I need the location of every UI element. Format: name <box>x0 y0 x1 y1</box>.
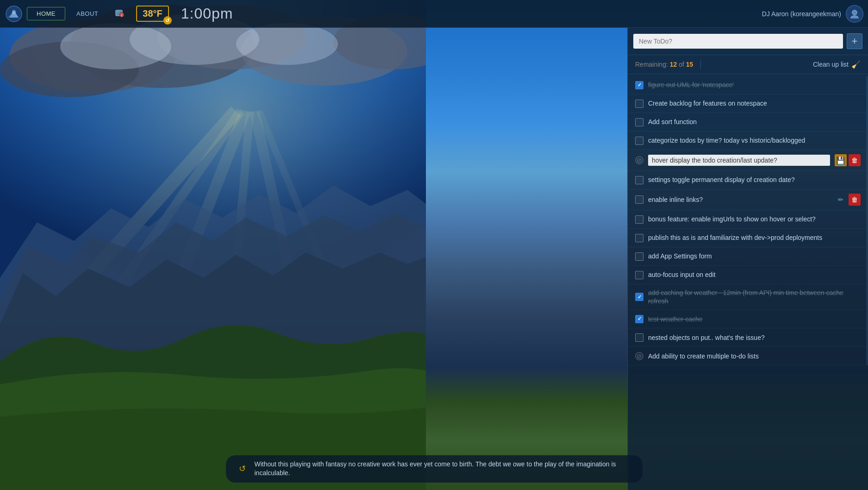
todo-checkbox[interactable] <box>635 234 643 242</box>
svg-point-18 <box>12 10 16 14</box>
todo-item: auto-focus input on edit <box>628 266 868 284</box>
cleanup-label: Clean up list <box>813 61 849 68</box>
todo-input-row: + <box>628 28 868 55</box>
todo-text: bonus feature: enable imgUrls to show on… <box>648 215 861 223</box>
svg-text:!: ! <box>121 13 122 17</box>
todo-text: settings toggle permanent display of cre… <box>648 176 861 184</box>
svg-point-22 <box>852 10 857 15</box>
todo-text: Add ability to create multiple to-do lis… <box>648 352 861 360</box>
quote-bar: ↺ Without this playing with fantasy no c… <box>226 455 643 483</box>
delete-todo-button[interactable]: 🗑 <box>849 154 861 166</box>
nav-tab-about[interactable]: ABOUT <box>67 7 107 20</box>
todo-checkbox[interactable] <box>635 293 643 301</box>
todo-checkbox[interactable] <box>635 215 643 224</box>
todo-checkbox[interactable] <box>635 252 643 261</box>
todo-checkbox[interactable] <box>635 271 643 279</box>
todo-checkbox[interactable] <box>635 118 643 126</box>
todo-text: enable inline links? <box>648 195 830 204</box>
todo-item: bonus feature: enable imgUrls to show on… <box>628 210 868 229</box>
remaining-stats: Remaining: 12 of 15 <box>635 61 693 68</box>
todo-item: test weather cache <box>628 310 868 328</box>
todo-item: figure out UML for 'notespace' <box>628 76 868 94</box>
todo-panel: + Remaining: 12 of 15 Clean up list 🧹 fi… <box>627 28 868 490</box>
todo-item: nested objects on put.. what's the issue… <box>628 328 868 347</box>
todo-checkbox[interactable] <box>635 315 643 323</box>
notifications-icon[interactable]: ! <box>111 5 129 23</box>
broom-icon: 🧹 <box>851 60 861 69</box>
delete-todo-button[interactable]: 🗑 <box>849 194 861 206</box>
quote-refresh-icon[interactable]: ↺ <box>239 464 249 474</box>
item-actions: ✏🗑 <box>835 194 861 206</box>
todo-pending-icon[interactable]: ⊘ <box>635 156 643 164</box>
todo-text: categorize todos by time? today vs histo… <box>648 136 861 144</box>
todo-text: auto-focus input on edit <box>648 270 861 279</box>
todo-item: ⊘Add ability to create multiple to-do li… <box>628 347 868 365</box>
todo-item: add caching for weather - 12min (from AP… <box>628 284 868 310</box>
temperature-value: 38°F <box>143 8 162 19</box>
topbar-right: DJ Aaron (koreangeekman) <box>762 5 863 23</box>
add-todo-button[interactable]: + <box>847 33 862 49</box>
todo-checkbox[interactable] <box>635 100 643 108</box>
todo-item: publish this as is and familiarize with … <box>628 229 868 247</box>
nav-tabs: HOME ABOUT <box>27 7 107 20</box>
user-avatar[interactable] <box>846 5 863 23</box>
item-actions: 💾🗑 <box>835 154 861 166</box>
todo-text: nested objects on put.. what's the issue… <box>648 333 861 342</box>
todo-item: add App Settings form <box>628 247 868 266</box>
new-todo-input[interactable] <box>633 34 843 49</box>
save-todo-button[interactable]: 💾 <box>835 154 847 166</box>
user-name: DJ Aaron (koreangeekman) <box>762 10 841 18</box>
todo-text: Add sort function <box>648 118 861 126</box>
todo-item: enable inline links?✏🗑 <box>628 189 868 210</box>
todo-checkbox[interactable] <box>635 195 643 204</box>
todo-text: publish this as is and familiarize with … <box>648 233 861 242</box>
todo-item: Create backlog for features on notespace <box>628 94 868 113</box>
cleanup-list-button[interactable]: Clean up list 🧹 <box>813 60 861 69</box>
todo-text: add caching for weather - 12min (from AP… <box>648 289 861 305</box>
todo-stats-row: Remaining: 12 of 15 Clean up list 🧹 <box>628 55 868 74</box>
quote-text: Without this playing with fantasy no cre… <box>255 460 630 478</box>
todo-item: settings toggle permanent display of cre… <box>628 171 868 189</box>
todo-item: categorize todos by time? today vs histo… <box>628 132 868 150</box>
app-logo[interactable] <box>5 5 23 23</box>
time-display: 1:00pm <box>181 5 233 22</box>
edit-todo-button[interactable]: ✏ <box>835 194 847 206</box>
todo-checkbox[interactable] <box>635 81 643 89</box>
todo-checkbox[interactable] <box>635 333 643 342</box>
todo-text: test weather cache <box>648 315 861 323</box>
todo-edit-input[interactable] <box>648 155 830 166</box>
todo-checkbox[interactable] <box>635 176 643 184</box>
todo-text: add App Settings form <box>648 252 861 260</box>
todo-pending-icon[interactable]: ⊘ <box>635 352 643 360</box>
todo-text: Create backlog for features on notespace <box>648 99 861 107</box>
topbar: HOME ABOUT ! 38°F ↺ 1:00pm DJ Aaron (kor… <box>0 0 868 28</box>
weather-refresh-icon[interactable]: ↺ <box>163 16 172 25</box>
nav-tab-home[interactable]: HOME <box>27 7 65 20</box>
stats-divider <box>700 60 701 69</box>
todo-item: ⊘💾🗑 <box>628 150 868 171</box>
todo-item: Add sort function <box>628 113 868 132</box>
todo-list[interactable]: figure out UML for 'notespace'Create bac… <box>628 74 868 490</box>
weather-display[interactable]: 38°F ↺ <box>136 6 169 22</box>
todo-text: figure out UML for 'notespace' <box>648 81 861 89</box>
todo-checkbox[interactable] <box>635 137 643 145</box>
